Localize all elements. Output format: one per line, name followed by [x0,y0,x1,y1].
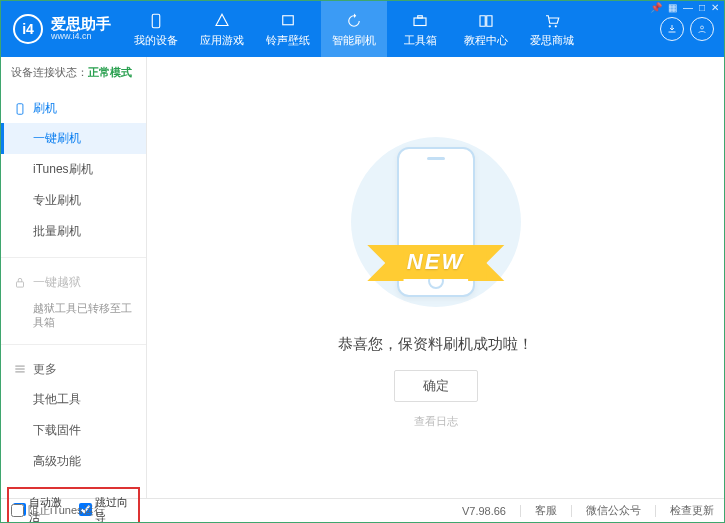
close-button[interactable]: ✕ [711,2,719,13]
sidebar-item-advanced[interactable]: 高级功能 [1,446,146,477]
logo-icon: i4 [13,14,43,44]
sidebar-item-batch[interactable]: 批量刷机 [1,216,146,247]
nav-label: 爱思商城 [530,33,574,48]
apps-icon [212,11,232,31]
minimize-button[interactable]: — [683,2,693,13]
sidebar-head-more[interactable]: 更多 [1,355,146,384]
sidebar-item-oneclick[interactable]: 一键刷机 [1,123,146,154]
logo: i4 爱思助手 www.i4.cn [1,14,123,44]
nav-flash[interactable]: 智能刷机 [321,1,387,57]
nav-label: 智能刷机 [332,33,376,48]
svg-point-6 [701,26,704,29]
svg-point-4 [549,25,551,27]
svg-rect-0 [152,14,160,28]
nav-tutorials[interactable]: 教程中心 [453,1,519,57]
main-content: NEW 恭喜您，保资料刷机成功啦！ 确定 查看日志 [147,57,724,498]
ok-button[interactable]: 确定 [394,370,478,402]
menu-icon [13,362,27,376]
pin-icon[interactable]: 📌 [650,2,662,13]
toolbox-icon [410,11,430,31]
lock-icon [13,276,27,290]
customer-service-link[interactable]: 客服 [535,503,557,518]
nav-ringtones[interactable]: 铃声壁纸 [255,1,321,57]
svg-rect-7 [17,103,23,114]
version-label: V7.98.66 [462,505,506,517]
app-name: 爱思助手 [51,16,111,33]
sidebar-head-label: 更多 [33,361,57,378]
nav-label: 应用游戏 [200,33,244,48]
nav-label: 工具箱 [404,33,437,48]
sidebar-head-label: 一键越狱 [33,274,81,291]
jailbreak-note: 越狱工具已转移至工具箱 [1,297,146,334]
phone-icon [146,11,166,31]
wechat-link[interactable]: 微信公众号 [586,503,641,518]
svg-rect-1 [283,15,294,24]
svg-rect-2 [414,18,426,26]
sidebar-item-itunes[interactable]: iTunes刷机 [1,154,146,185]
window-controls: 📌 ▦ — □ ✕ [650,2,719,13]
check-update-link[interactable]: 检查更新 [670,503,714,518]
book-icon [476,11,496,31]
phone-icon [13,102,27,116]
svg-rect-8 [17,281,24,286]
svg-rect-3 [418,15,423,17]
sidebar-head-flash[interactable]: 刷机 [1,94,146,123]
titlebar: i4 爱思助手 www.i4.cn 我的设备 应用游戏 铃声壁纸 智能刷机 工具… [1,1,724,57]
svg-point-5 [555,25,557,27]
nav-label: 铃声壁纸 [266,33,310,48]
nav-store[interactable]: 爱思商城 [519,1,585,57]
sidebar-head-jailbreak: 一键越狱 [1,268,146,297]
sidebar-item-download-fw[interactable]: 下载固件 [1,415,146,446]
nav-toolbox[interactable]: 工具箱 [387,1,453,57]
sidebar-head-label: 刷机 [33,100,57,117]
wallpaper-icon [278,11,298,31]
new-ribbon: NEW [389,245,482,279]
nav-label: 教程中心 [464,33,508,48]
download-button[interactable] [660,17,684,41]
sidebar-item-other[interactable]: 其他工具 [1,384,146,415]
refresh-icon [344,11,364,31]
sidebar: 设备连接状态：正常模式 刷机 一键刷机 iTunes刷机 专业刷机 批量刷机 一… [1,57,147,498]
app-site: www.i4.cn [51,32,111,42]
sidebar-item-pro[interactable]: 专业刷机 [1,185,146,216]
block-itunes-checkbox[interactable]: 阻止iTunes运行 [11,503,105,518]
connection-status: 设备连接状态：正常模式 [1,57,146,88]
view-log-link[interactable]: 查看日志 [414,414,458,429]
maximize-button[interactable]: □ [699,2,705,13]
user-button[interactable] [690,17,714,41]
nav-my-device[interactable]: 我的设备 [123,1,189,57]
main-nav: 我的设备 应用游戏 铃声壁纸 智能刷机 工具箱 教程中心 爱思商城 [123,1,660,57]
nav-apps[interactable]: 应用游戏 [189,1,255,57]
success-message: 恭喜您，保资料刷机成功啦！ [338,335,533,354]
success-illustration: NEW [346,127,526,317]
theme-icon[interactable]: ▦ [668,2,677,13]
nav-label: 我的设备 [134,33,178,48]
cart-icon [542,11,562,31]
